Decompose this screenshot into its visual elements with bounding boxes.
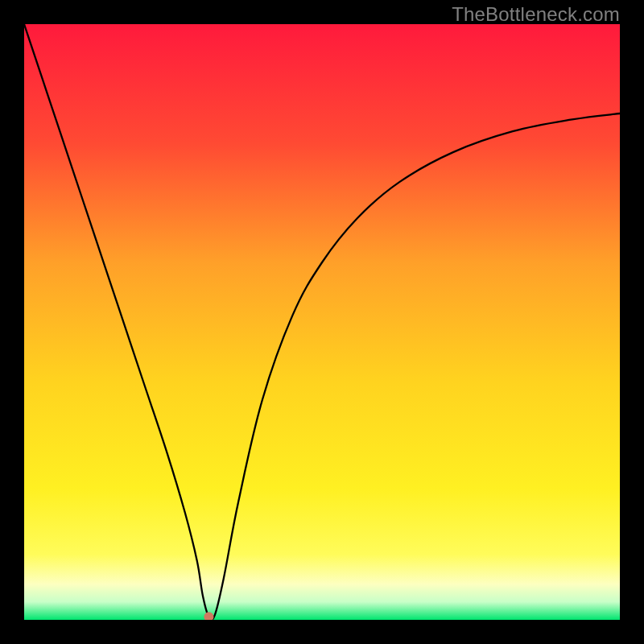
plot-area — [24, 24, 620, 620]
bottleneck-chart-svg — [24, 24, 620, 620]
attribution-text: TheBottleneck.com — [452, 3, 620, 26]
chart-frame: TheBottleneck.com — [0, 0, 644, 644]
gradient-background — [24, 24, 620, 620]
